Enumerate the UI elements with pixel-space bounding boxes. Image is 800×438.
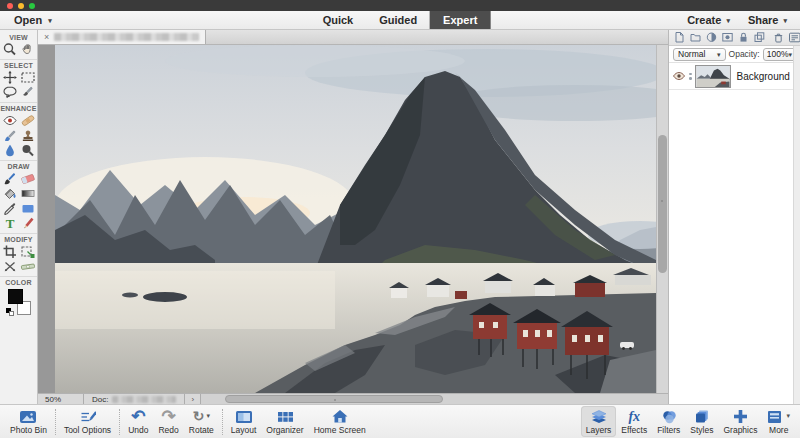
tab-quick[interactable]: Quick <box>310 11 367 29</box>
chevron-down-icon: ▾ <box>717 51 721 58</box>
vertical-scrollbar[interactable] <box>656 45 668 393</box>
new-layer-icon[interactable] <box>673 31 686 44</box>
share-button[interactable]: Share ▾ <box>748 14 787 26</box>
chevron-down-icon: ▾ <box>783 17 787 24</box>
new-adjustment-layer-icon[interactable] <box>705 31 718 44</box>
close-tab-icon[interactable]: × <box>44 33 49 42</box>
lock-icon[interactable] <box>737 31 750 44</box>
tab-guided[interactable]: Guided <box>366 11 430 29</box>
tab-expert[interactable]: Expert <box>430 11 490 29</box>
link-layer-icon[interactable] <box>689 73 692 80</box>
open-button[interactable]: Open ▾ <box>14 14 52 26</box>
minimize-window-button[interactable] <box>18 3 24 9</box>
new-group-icon[interactable] <box>689 31 702 44</box>
brush-tool[interactable] <box>2 171 18 186</box>
pencil-tool[interactable] <box>20 216 36 231</box>
eyedropper-tool[interactable] <box>2 201 18 216</box>
tool-section-select: SELECT <box>0 60 37 103</box>
hand-tool[interactable] <box>20 42 36 57</box>
gradient-tool[interactable] <box>20 186 36 201</box>
redo-icon: ↷ <box>161 408 175 424</box>
status-expand-arrow[interactable]: › <box>185 394 201 404</box>
filters-button[interactable]: Filters <box>652 406 685 437</box>
move-tool[interactable] <box>2 70 18 85</box>
selection-brush-icon <box>20 85 36 100</box>
content-aware-move-tool[interactable] <box>2 259 18 274</box>
styles-button[interactable]: Styles <box>685 406 718 437</box>
document-tab[interactable]: × <box>38 30 206 44</box>
undo-button[interactable]: ↶ Undo <box>123 406 153 437</box>
layer-row-background[interactable]: Background <box>669 63 800 90</box>
layers-list-empty-area <box>669 90 800 404</box>
layers-icon <box>590 408 608 424</box>
redo-button[interactable]: ↷ Redo <box>153 406 183 437</box>
vertical-scrollbar-thumb[interactable] <box>658 135 667 273</box>
close-window-button[interactable] <box>7 3 13 9</box>
straighten-tool[interactable] <box>20 259 36 274</box>
layer-controls: Normal ▾ Opacity: 100% ▾ <box>669 46 800 63</box>
tool-section-view: VIEW <box>0 32 37 60</box>
type-tool[interactable]: T <box>2 216 18 231</box>
type-icon: T <box>2 216 18 231</box>
titlebar <box>0 0 800 11</box>
photo-lofoten-landscape[interactable] <box>55 45 656 393</box>
foreground-background-swatches[interactable] <box>6 289 32 316</box>
blur-tool[interactable] <box>2 143 18 158</box>
photo-bin-button[interactable]: Photo Bin <box>5 406 52 437</box>
panel-scrollbar[interactable] <box>793 46 800 404</box>
chevron-down-icon: ▾ <box>726 17 730 24</box>
smart-brush-icon <box>2 128 18 143</box>
recompose-icon <box>20 244 36 259</box>
open-label: Open <box>14 14 42 26</box>
crop-tool[interactable] <box>2 244 18 259</box>
graphics-button[interactable]: Graphics <box>718 406 762 437</box>
eraser-tool[interactable] <box>20 171 36 186</box>
layer-visibility-eye-icon[interactable] <box>672 70 686 82</box>
clone-stamp-tool[interactable] <box>20 128 36 143</box>
horizontal-scrollbar-thumb[interactable] <box>225 395 443 403</box>
marquee-tool[interactable] <box>20 70 36 85</box>
blend-mode-select[interactable]: Normal ▾ <box>673 48 726 61</box>
layer-mask-icon[interactable] <box>721 31 734 44</box>
sharpen-tool[interactable] <box>20 143 36 158</box>
chevron-down-icon: ▾ <box>206 412 210 420</box>
paint-bucket-tool[interactable] <box>2 186 18 201</box>
panel-menu-icon[interactable] <box>788 31 800 44</box>
recompose-tool[interactable] <box>20 244 36 259</box>
zoom-window-button[interactable] <box>29 3 35 9</box>
filters-icon <box>661 408 677 424</box>
quick-selection-tool[interactable] <box>20 85 36 100</box>
duplicate-layer-icon[interactable] <box>753 31 766 44</box>
layers-button[interactable]: Layers <box>581 406 617 437</box>
bandage-icon <box>20 113 36 128</box>
layer-thumbnail[interactable] <box>695 65 731 88</box>
organizer-button[interactable]: Organizer <box>261 406 308 437</box>
shape-tool[interactable] <box>20 201 36 216</box>
foreground-color-swatch[interactable] <box>8 289 23 304</box>
undo-icon: ↶ <box>131 408 145 424</box>
statusbar: 50% Doc: › <box>38 393 668 404</box>
scrollbar-grip-dot <box>661 200 663 202</box>
zoom-level[interactable]: 50% <box>38 394 84 404</box>
delete-layer-icon[interactable] <box>772 31 785 44</box>
effects-button[interactable]: fx Effects <box>616 406 652 437</box>
opacity-select[interactable]: 100% ▾ <box>763 48 796 61</box>
photo-bin-icon <box>19 408 37 424</box>
rotate-button[interactable]: ↻▾ Rotate <box>184 406 219 437</box>
default-colors-icon[interactable] <box>9 311 14 316</box>
smart-brush-tool[interactable] <box>2 128 18 143</box>
rotate-icon: ↻ <box>193 409 205 424</box>
doc-size-cell[interactable]: Doc: <box>84 394 185 404</box>
red-eye-tool[interactable] <box>2 113 18 128</box>
right-menu: Create ▾ Share ▾ <box>687 14 787 26</box>
create-button[interactable]: Create ▾ <box>687 14 730 26</box>
document-title-redacted <box>54 33 199 41</box>
tool-options-button[interactable]: Tool Options <box>59 406 116 437</box>
more-button[interactable]: ▾ More <box>762 406 795 437</box>
layout-button[interactable]: Layout <box>226 406 262 437</box>
spot-healing-tool[interactable] <box>20 113 36 128</box>
horizontal-scrollbar[interactable] <box>201 394 668 404</box>
zoom-tool[interactable] <box>2 42 18 57</box>
home-screen-button[interactable]: Home Screen <box>309 406 371 437</box>
lasso-tool[interactable] <box>2 85 18 100</box>
